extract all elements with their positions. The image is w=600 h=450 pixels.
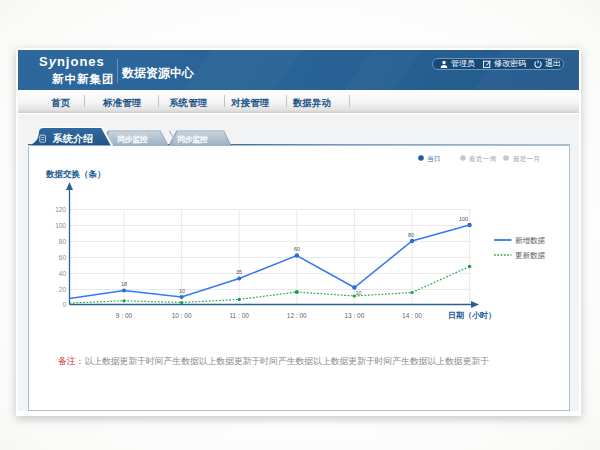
svg-text:同步监控: 同步监控 [177,135,208,144]
svg-text:同步监控: 同步监控 [117,135,148,144]
svg-text:数据交换（条）: 数据交换（条） [45,169,106,179]
svg-text:35: 35 [236,269,242,275]
svg-text:当日: 当日 [427,155,441,163]
svg-text:80: 80 [59,238,67,245]
svg-text:14 : 00: 14 : 00 [402,312,422,319]
svg-text:更新数据: 更新数据 [515,251,546,260]
svg-text:系统介绍: 系统介绍 [52,133,94,144]
svg-text:新增数据: 新增数据 [515,236,546,245]
svg-text:100: 100 [55,222,66,229]
svg-text:日期（小时）: 日期（小时） [448,311,496,320]
svg-text:13 : 00: 13 : 00 [344,312,364,319]
svg-text:60: 60 [294,246,300,252]
svg-text:18: 18 [121,281,127,287]
svg-text:12 : 00: 12 : 00 [287,312,307,319]
svg-text:9 : 00: 9 : 00 [116,312,133,319]
svg-text:0: 0 [62,301,66,308]
svg-text:最近一周: 最近一周 [468,155,496,162]
svg-text:10: 10 [356,290,362,296]
svg-text:100: 100 [459,216,468,222]
svg-text:20: 20 [59,286,67,293]
svg-text:120: 120 [55,206,66,213]
svg-text:60: 60 [59,254,67,261]
svg-text:40: 40 [59,270,67,277]
svg-text:10 : 00: 10 : 00 [172,312,192,319]
svg-text:80: 80 [408,232,414,238]
svg-text:11 : 00: 11 : 00 [229,312,249,319]
svg-text:10: 10 [179,288,185,294]
svg-text:最近一月: 最近一月 [512,155,540,163]
